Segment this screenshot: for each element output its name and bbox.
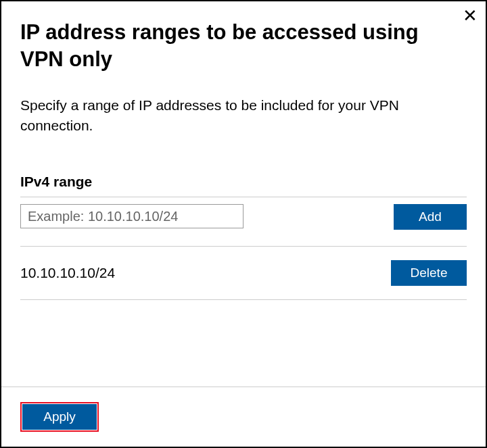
dialog-footer: Apply [1, 387, 486, 447]
divider [20, 299, 467, 300]
delete-button[interactable]: Delete [391, 260, 467, 286]
dialog-content: IP address ranges to be accessed using V… [1, 1, 486, 387]
apply-button[interactable]: Apply [22, 404, 97, 430]
ip-range-input[interactable] [20, 204, 244, 228]
dialog-title: IP address ranges to be accessed using V… [20, 19, 467, 74]
add-range-row: Add [20, 197, 467, 246]
ip-range-entry: 10.10.10.10/24 Delete [20, 247, 467, 299]
close-icon[interactable]: ✕ [463, 7, 478, 24]
ipv4-range-label: IPv4 range [20, 174, 467, 190]
dialog-description: Specify a range of IP addresses to be in… [20, 95, 467, 136]
add-button[interactable]: Add [394, 204, 467, 230]
ip-ranges-dialog: ✕ IP address ranges to be accessed using… [0, 0, 487, 448]
apply-button-highlight: Apply [20, 402, 99, 432]
ip-range-value: 10.10.10.10/24 [20, 265, 115, 281]
